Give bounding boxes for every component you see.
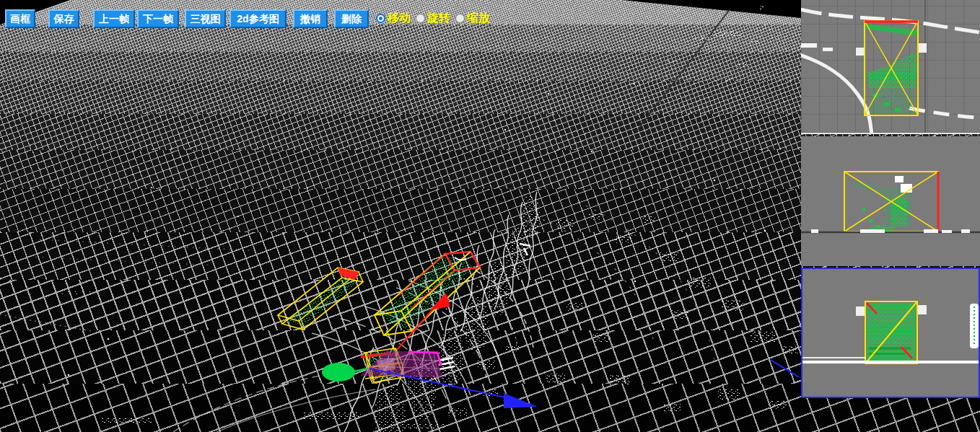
- rotate-radio-icon: [416, 14, 425, 23]
- ortho-view-rear[interactable]: [801, 268, 980, 398]
- 2d-reference-button[interactable]: 2d参考图: [229, 9, 286, 28]
- mirror-right-rear: [918, 305, 927, 314]
- draw-box-button[interactable]: 画框: [5, 9, 35, 28]
- transform-mode-group: 移动 旋转 缩放: [376, 11, 490, 26]
- mode-radio-scale[interactable]: 缩放: [455, 11, 490, 26]
- undo-button[interactable]: 撤销: [293, 9, 328, 28]
- move-radio-icon: [376, 14, 385, 23]
- toolbar: 画框 保存 上一帧 下一帧 三视图 2d参考图 撤销 删除 移动 旋转 缩放: [0, 0, 794, 33]
- side-scale-widget: [970, 304, 979, 348]
- ground-line-rear: [802, 361, 979, 363]
- mirror-left-rear: [856, 307, 865, 316]
- ortho-view-top[interactable]: [801, 0, 980, 134]
- gizmo-green-handle[interactable]: [322, 363, 367, 382]
- lidar-annotation-tool: 画框 保存 上一帧 下一帧 三视图 2d参考图 撤销 删除 移动 旋转 缩放: [0, 0, 980, 432]
- ortho-view-side[interactable]: [801, 136, 980, 266]
- three-view-button[interactable]: 三视图: [185, 9, 226, 28]
- prev-frame-button[interactable]: 上一帧: [93, 9, 135, 28]
- mode-label-move: 移动: [388, 11, 411, 26]
- bounding-box-a[interactable]: [278, 268, 363, 330]
- scale-radio-icon: [455, 14, 465, 23]
- next-frame-button[interactable]: 下一帧: [137, 9, 179, 28]
- mirror-right: [919, 43, 927, 53]
- mode-label-scale: 缩放: [467, 11, 490, 26]
- save-button[interactable]: 保存: [48, 9, 79, 28]
- lidar-ring-arcs: [0, 202, 714, 432]
- delete-button[interactable]: 删除: [334, 9, 369, 28]
- mode-label-rotate: 旋转: [427, 11, 450, 26]
- mode-radio-rotate[interactable]: 旋转: [416, 11, 450, 26]
- mode-radio-move[interactable]: 移动: [376, 11, 411, 26]
